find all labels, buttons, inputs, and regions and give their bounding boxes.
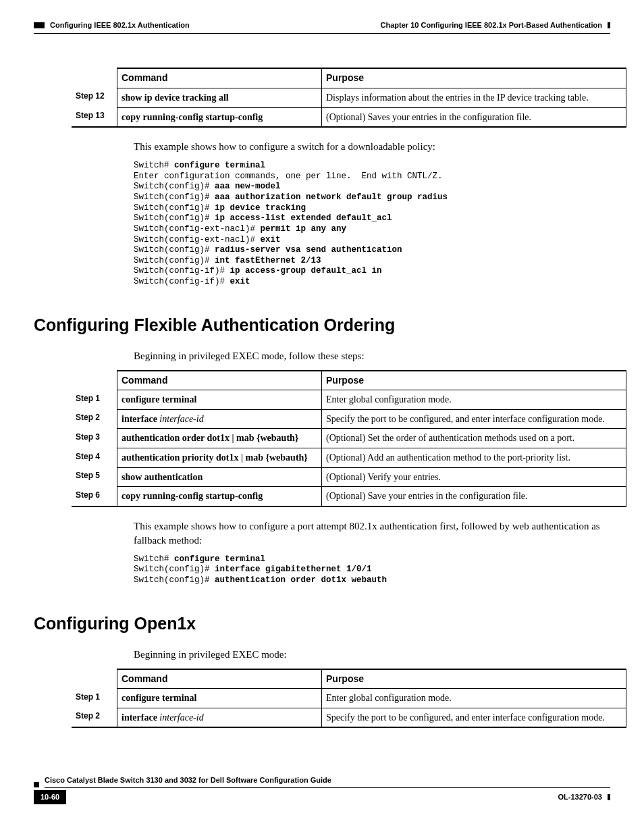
table-row: Step 6 copy running-config startup-confi…: [72, 487, 626, 506]
doc-id: OL-13270-03: [558, 792, 602, 802]
table-row: Step 4 authentication priority dot1x | m…: [72, 448, 626, 468]
th-purpose: Purpose: [322, 68, 626, 88]
step-label: Step 13: [72, 107, 117, 127]
page-footer: Cisco Catalyst Blade Switch 3130 and 303…: [34, 775, 610, 804]
command-text: configure terminal: [117, 390, 322, 410]
table-row: Step 2 interface interface-id Specify th…: [72, 409, 626, 429]
th-command: Command: [117, 68, 322, 88]
cli-block-2: Switch# configure terminal Switch(config…: [134, 554, 610, 586]
body-paragraph: This example shows how to configure a po…: [134, 519, 606, 548]
command-table-1: Command Purpose Step 12 show ip device t…: [72, 68, 626, 128]
page-number-badge: 10-60: [34, 790, 66, 804]
table-row: Step 2 interface interface-id Specify th…: [72, 708, 626, 727]
footer-square-icon: [34, 782, 39, 787]
table-row: Step 13 copy running-config startup-conf…: [72, 107, 626, 127]
footer-title: Cisco Catalyst Blade Switch 3130 and 303…: [45, 775, 610, 787]
table-row: Step 1 configure terminal Enter global c…: [72, 390, 626, 410]
table-row: Step 3 authentication order dot1x | mab …: [72, 429, 626, 448]
step-label: Step 2: [72, 708, 117, 727]
footer-edge-icon: [608, 794, 610, 800]
command-text: show authentication: [117, 467, 322, 487]
body-paragraph: Beginning in privileged EXEC mode:: [134, 648, 606, 662]
step-label: Step 2: [72, 409, 117, 429]
step-label: Step 1: [72, 390, 117, 410]
purpose-text: Specify the port to be configured, and e…: [322, 409, 626, 429]
table-row: Step 1 configure terminal Enter global c…: [72, 689, 626, 708]
command-text: interface interface-id: [117, 409, 322, 429]
purpose-text: Specify the port to be configured, and e…: [322, 708, 626, 727]
purpose-text: (Optional) Saves your entries in the con…: [322, 107, 626, 127]
command-text: show ip device tracking all: [122, 93, 229, 103]
command-table-2: Command Purpose Step 1 configure termina…: [72, 370, 626, 507]
command-table-3: Command Purpose Step 1 configure termina…: [72, 669, 626, 729]
table-row: Step 12 show ip device tracking all Disp…: [72, 88, 626, 107]
header-edge-icon: [608, 22, 610, 28]
th-purpose: Purpose: [322, 371, 626, 390]
body-paragraph: This example shows how to configure a sw…: [134, 140, 606, 154]
purpose-text: Displays information about the entries i…: [322, 88, 626, 107]
step-label: Step 1: [72, 689, 117, 708]
header-rule: [34, 33, 610, 34]
step-label: Step 3: [72, 429, 117, 448]
header-section: Configuring IEEE 802.1x Authentication: [50, 20, 190, 30]
command-text: copy running-config startup-config: [117, 487, 322, 506]
purpose-text: Enter global configuration mode.: [322, 390, 626, 410]
heading-flex-auth: Configuring Flexible Authentication Orde…: [34, 313, 610, 337]
purpose-text: (Optional) Verify your entries.: [322, 467, 626, 487]
heading-open1x: Configuring Open1x: [34, 612, 610, 635]
command-text: copy running-config startup-config: [122, 112, 263, 122]
step-label: Step 5: [72, 467, 117, 487]
th-command: Command: [117, 669, 322, 689]
cli-block-1: Switch# configure terminal Enter configu…: [134, 161, 610, 288]
header-bar-icon: [34, 22, 45, 28]
page-header: Configuring IEEE 802.1x Authentication C…: [34, 20, 610, 30]
purpose-text: (Optional) Add an authentication method …: [322, 448, 626, 468]
command-text: authentication order dot1x | mab {webaut…: [117, 429, 322, 448]
body-paragraph: Beginning in privileged EXEC mode, follo…: [134, 349, 606, 363]
command-text: interface interface-id: [117, 708, 322, 727]
th-command: Command: [117, 371, 322, 390]
th-purpose: Purpose: [322, 669, 626, 689]
step-label: Step 6: [72, 487, 117, 506]
command-text: configure terminal: [117, 689, 322, 708]
purpose-text: (Optional) Set the order of authenticati…: [322, 429, 626, 448]
purpose-text: Enter global configuration mode.: [322, 689, 626, 708]
step-label: Step 4: [72, 448, 117, 468]
purpose-text: (Optional) Save your entries in the conf…: [322, 487, 626, 506]
step-label: Step 12: [72, 88, 117, 107]
table-row: Step 5 show authentication (Optional) Ve…: [72, 467, 626, 487]
command-text: authentication priority dot1x | mab {web…: [117, 448, 322, 468]
header-chapter: Chapter 10 Configuring IEEE 802.1x Port-…: [381, 20, 602, 30]
